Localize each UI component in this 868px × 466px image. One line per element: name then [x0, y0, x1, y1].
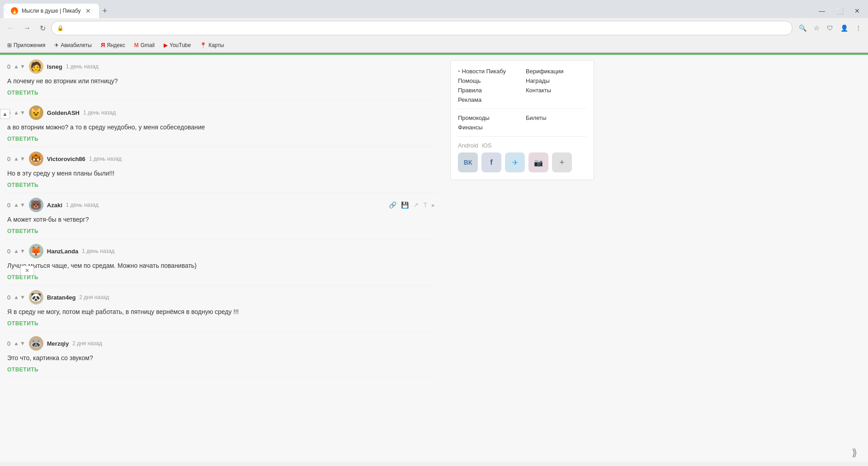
window-controls: — ⬜ ✕ [814, 5, 864, 16]
scroll-top-button[interactable]: ▲ [0, 109, 10, 119]
bookmark-flights[interactable]: ✈ Авиабилеты [51, 41, 95, 50]
tab-close-button[interactable]: ✕ [85, 6, 92, 15]
lock-icon: 🔒 [57, 25, 64, 31]
comment-action-icons: 🔗 💾 ↗ T ▸ [388, 200, 436, 209]
forward-button[interactable]: → [20, 22, 34, 34]
url-input[interactable]: pikabu.ru/story/myisli_v_dushe_7230628?c… [66, 25, 787, 32]
plus-button[interactable]: + [552, 152, 572, 172]
share-icon[interactable]: ↗ [412, 200, 420, 209]
maximize-button[interactable]: ⬜ [831, 5, 848, 16]
vote-up-button[interactable]: ▲ [14, 294, 19, 300]
user-avatar: 🐯 [29, 152, 43, 166]
reply-button[interactable]: ответить [7, 182, 38, 188]
vote-count: 0 [7, 63, 13, 70]
username[interactable]: GoldenASH [47, 109, 80, 116]
comment-header: 0 ▲ ▼ 🦊 HanzLanda 1 день назад [7, 244, 436, 258]
instagram-button[interactable]: 📷 [528, 152, 548, 172]
user-avatar: 😺 [29, 105, 43, 120]
avatar-image: 🦊 [30, 246, 42, 257]
telegram-button[interactable]: ✈ [505, 152, 525, 172]
vote-up-button[interactable]: ▲ [14, 63, 19, 70]
sidebar-link-rules[interactable]: Правила [458, 87, 519, 94]
ios-label[interactable]: iOS [482, 142, 492, 149]
sidebar-link-awards[interactable]: Награды [526, 77, 586, 84]
sidebar-link-help[interactable]: Помощь [458, 77, 519, 84]
bookmark-youtube[interactable]: ▶ YouTube [160, 41, 194, 50]
vote-controls: 0 ▲ ▼ [7, 63, 25, 70]
reload-button[interactable]: ↻ [36, 22, 49, 34]
sidebar-link-verification[interactable]: Верификации [526, 68, 586, 75]
link-icon[interactable]: 🔗 [388, 200, 397, 209]
username[interactable]: Merzqiy [47, 340, 69, 347]
bookmark-maps[interactable]: 📍 Карты [196, 41, 227, 50]
sidebar-link-ads[interactable]: Реклама [458, 96, 519, 103]
sidebar-link-promo[interactable]: Промокоды [458, 114, 519, 121]
vote-down-button[interactable]: ▼ [20, 340, 25, 347]
bookmark-yandex[interactable]: Я Яндекс [97, 40, 129, 50]
vote-down-button[interactable]: ▼ [20, 63, 25, 70]
reply-button[interactable]: ответить [7, 136, 38, 142]
vote-up-button[interactable]: ▲ [14, 109, 19, 116]
vote-up-button[interactable]: ▲ [14, 340, 19, 347]
comment-item: 0 ▲ ▼ 🦊 HanzLanda 1 день назад Лучше мыт… [7, 239, 436, 285]
username[interactable]: Victorovich86 [47, 156, 85, 162]
avatar-image: 😺 [30, 107, 42, 118]
back-button[interactable]: ← [4, 22, 18, 34]
bookmark-apps[interactable]: ⊞ Приложения [4, 41, 49, 50]
comment-time: 1 день назад [66, 63, 99, 70]
reply-button[interactable]: ответить [7, 90, 38, 96]
sidebar-link-news[interactable]: Новости Пикабу [458, 68, 519, 75]
user-avatar: 🦊 [29, 244, 43, 258]
minimize-button[interactable]: — [814, 5, 830, 16]
username[interactable]: lsneg [47, 63, 62, 70]
address-bar[interactable]: 🔒 pikabu.ru/story/myisli_v_dushe_7230628… [51, 21, 793, 35]
new-tab-button[interactable]: + [99, 5, 111, 18]
sidebar-link-finance[interactable]: Финансы [458, 124, 519, 131]
username[interactable]: Bratan4eg [47, 294, 76, 301]
text-size-icon[interactable]: T [422, 200, 428, 209]
gmail-icon: M [134, 42, 139, 48]
close-button[interactable]: ✕ [850, 5, 864, 16]
more-icon[interactable]: ▸ [431, 200, 436, 209]
vote-down-button[interactable]: ▼ [20, 248, 25, 254]
save-icon[interactable]: 💾 [400, 200, 410, 209]
vote-down-button[interactable]: ▼ [20, 109, 25, 116]
sidebar-links-card: Новости Пикабу Верификации Помощь Наград… [450, 60, 594, 180]
reply-button[interactable]: ответить [7, 366, 38, 373]
yandex-icon: Я [101, 42, 105, 48]
facebook-button[interactable]: f [481, 152, 501, 172]
vote-down-button[interactable]: ▼ [20, 202, 25, 208]
vk-button[interactable]: ВК [458, 152, 478, 172]
bookmark-yandex-label: Яндекс [107, 42, 125, 48]
active-tab[interactable]: 🔥 Мысли в душе | Пикабу ✕ [4, 4, 99, 18]
bookmark-youtube-label: YouTube [170, 42, 191, 48]
vote-down-button[interactable]: ▼ [20, 294, 25, 300]
vote-up-button[interactable]: ▲ [14, 248, 19, 254]
android-label[interactable]: Android [458, 142, 478, 149]
bookmark-star-button[interactable]: ☆ [811, 23, 822, 33]
comment-time: 1 день назад [89, 156, 122, 162]
avatar-image: 🦝 [30, 338, 42, 349]
vote-down-button[interactable]: ▼ [20, 156, 25, 162]
avatar-image: 🧑 [30, 61, 42, 72]
comment-text: Но в эту среду у меня планы были!!! [7, 169, 436, 178]
sidebar-link-tickets[interactable]: Билеты [526, 114, 586, 121]
username[interactable]: Azaki [47, 202, 62, 209]
bookmark-gmail[interactable]: M Gmail [131, 41, 158, 50]
comment-time: 1 день назад [83, 109, 116, 116]
menu-button[interactable]: ⋮ [853, 23, 864, 33]
bookmark-apps-label: Приложения [14, 42, 45, 48]
reply-button[interactable]: ответить [7, 228, 38, 234]
vote-count: 0 [7, 202, 13, 209]
avatar-image: 🐻 [30, 200, 42, 210]
collapse-button[interactable]: ✕ [20, 266, 34, 276]
vote-up-button[interactable]: ▲ [14, 202, 19, 208]
reply-button[interactable]: ответить [7, 320, 38, 327]
vote-up-button[interactable]: ▲ [14, 156, 19, 162]
username[interactable]: HanzLanda [47, 248, 78, 255]
search-button[interactable]: 🔍 [796, 23, 809, 33]
user-profile-button[interactable]: 👤 [838, 23, 851, 33]
pikabu-extension-button[interactable]: 🛡 [824, 23, 836, 33]
sidebar-link-contacts[interactable]: Контакты [526, 87, 586, 94]
scroll-indicator[interactable]: ⟫ [852, 447, 857, 459]
